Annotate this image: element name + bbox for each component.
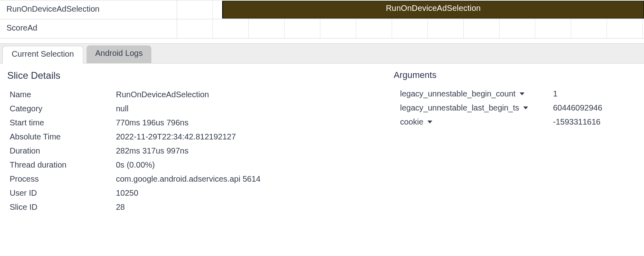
- arg-value-begin-count: 1: [553, 89, 637, 98]
- kv-value-user-id: 10250: [116, 188, 378, 198]
- kv-value-slice-id: 28: [116, 203, 378, 212]
- arg-row-last-begin-ts: legacy_unnestable_last_begin_ts 60446092…: [394, 101, 637, 115]
- kv-value-category: null: [116, 104, 378, 113]
- track-row-2: ScoreAd: [0, 19, 644, 39]
- track-label-1[interactable]: RunOnDeviceAdSelection: [0, 0, 177, 19]
- trace-timeline: RunOnDeviceAdSelection RunOnDeviceAdSele…: [0, 0, 644, 39]
- kv-value-thread-duration: 0s (0.00%): [116, 160, 378, 170]
- arguments-title: Arguments: [394, 70, 637, 80]
- kv-key-absolute-time: Absolute Time: [7, 132, 116, 141]
- kv-value-absolute-time: 2022-11-29T22:34:42.812192127: [116, 132, 378, 141]
- arg-key-label: legacy_unnestable_begin_count: [400, 89, 516, 98]
- kv-duration: Duration 282ms 317us 997ns: [7, 144, 378, 158]
- kv-start-time: Start time 770ms 196us 796ns: [7, 116, 378, 130]
- kv-key-name: Name: [7, 90, 116, 99]
- kv-slice-id: Slice ID 28: [7, 200, 378, 214]
- kv-value-duration: 282ms 317us 997ns: [116, 146, 378, 156]
- chevron-down-icon[interactable]: [427, 121, 432, 123]
- kv-absolute-time: Absolute Time 2022-11-29T22:34:42.812192…: [7, 130, 378, 144]
- track-label-2[interactable]: ScoreAd: [0, 19, 177, 38]
- tab-current-selection[interactable]: Current Selection: [2, 46, 83, 63]
- timeline-tabs-gap: [0, 39, 644, 43]
- kv-thread-duration: Thread duration 0s (0.00%): [7, 158, 378, 172]
- track-row-1: RunOnDeviceAdSelection RunOnDeviceAdSele…: [0, 0, 644, 19]
- kv-key-category: Category: [7, 104, 116, 113]
- arg-key-label: legacy_unnestable_last_begin_ts: [400, 103, 519, 113]
- slice-arguments: Arguments legacy_unnestable_begin_count …: [394, 70, 637, 214]
- kv-key-user-id: User ID: [7, 188, 116, 198]
- arg-key-begin-count[interactable]: legacy_unnestable_begin_count: [400, 89, 553, 98]
- arg-value-cookie: -1593311616: [553, 117, 637, 127]
- tab-android-logs[interactable]: Android Logs: [87, 45, 152, 63]
- kv-user-id: User ID 10250: [7, 186, 378, 200]
- kv-key-thread-duration: Thread duration: [7, 160, 116, 170]
- slice-details-panel: Slice Details Name RunOnDeviceAdSelectio…: [0, 63, 644, 214]
- track-lane-2[interactable]: [177, 19, 644, 38]
- kv-name: Name RunOnDeviceAdSelection: [7, 88, 378, 102]
- chevron-down-icon[interactable]: [520, 92, 524, 95]
- kv-key-start-time: Start time: [7, 118, 116, 127]
- slice-details-title: Slice Details: [7, 70, 378, 81]
- arg-key-cookie[interactable]: cookie: [400, 117, 553, 127]
- kv-value-process[interactable]: com.google.android.adservices.api 5614: [116, 174, 378, 184]
- trace-slice-runondeviceadselection[interactable]: RunOnDeviceAdSelection: [222, 1, 644, 18]
- details-tab-strip: Current Selection Android Logs: [0, 43, 644, 63]
- arg-row-begin-count: legacy_unnestable_begin_count 1: [394, 87, 637, 101]
- kv-key-slice-id: Slice ID: [7, 203, 116, 212]
- kv-key-duration: Duration: [7, 146, 116, 156]
- arg-row-cookie: cookie -1593311616: [394, 115, 637, 129]
- arg-key-last-begin-ts[interactable]: legacy_unnestable_last_begin_ts: [400, 103, 553, 113]
- kv-process: Process com.google.android.adservices.ap…: [7, 172, 378, 186]
- kv-value-name: RunOnDeviceAdSelection: [116, 90, 378, 99]
- kv-key-process: Process: [7, 174, 116, 184]
- chevron-down-icon[interactable]: [523, 106, 528, 109]
- arg-value-last-begin-ts: 60446092946: [553, 103, 637, 113]
- arg-key-label: cookie: [400, 117, 423, 127]
- kv-category: Category null: [7, 102, 378, 116]
- track-lane-1[interactable]: RunOnDeviceAdSelection: [177, 0, 644, 19]
- slice-details-left: Slice Details Name RunOnDeviceAdSelectio…: [7, 70, 378, 214]
- kv-value-start-time: 770ms 196us 796ns: [116, 118, 378, 127]
